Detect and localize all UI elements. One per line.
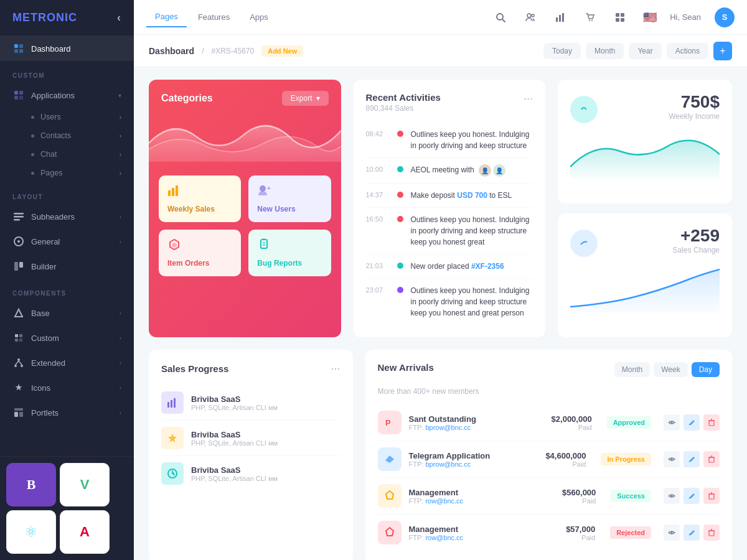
- arrival-action-delete-1[interactable]: [703, 414, 720, 431]
- users-icon-btn[interactable]: [520, 7, 540, 27]
- sidebar-item-builder[interactable]: Builder: [0, 254, 134, 279]
- arrival-name-2: Telegram Application: [409, 451, 538, 460]
- arrival-action-delete-4[interactable]: [703, 525, 720, 541]
- arrival-action-edit-4[interactable]: [684, 525, 700, 541]
- arrivals-title: New Arrivals: [378, 362, 434, 373]
- chart-icon-btn[interactable]: [550, 7, 570, 27]
- svg-line-67: [693, 457, 694, 458]
- add-plus-button[interactable]: +: [713, 42, 732, 60]
- arrival-action-eye-1[interactable]: [664, 414, 680, 431]
- arrival-row-2: Telegram Application FTP: bprow@bnc.cc $…: [378, 441, 720, 478]
- cat-new-users[interactable]: + New Users: [248, 175, 331, 222]
- sidebar-item-extended[interactable]: Extended ›: [0, 350, 134, 375]
- year-button[interactable]: Year: [629, 43, 661, 59]
- arrival-action-eye-3[interactable]: [664, 488, 680, 504]
- activity-dot-1: [397, 131, 403, 137]
- today-button[interactable]: Today: [543, 43, 581, 59]
- base-label: Base: [31, 309, 50, 318]
- sidebar-item-portlets[interactable]: Portlets ›: [0, 400, 134, 425]
- svg-point-51: [578, 104, 590, 115]
- arrivals-tab-day[interactable]: Day: [692, 362, 720, 377]
- subheaders-chevron: ›: [120, 213, 121, 220]
- logo-bootstrap[interactable]: B: [6, 463, 56, 506]
- cat-new-users-label: New Users: [257, 205, 322, 213]
- logo-angular[interactable]: A: [60, 510, 110, 554]
- arrival-action-delete-2[interactable]: [703, 451, 720, 467]
- sidebar-item-dashboard[interactable]: Dashboard: [0, 36, 134, 61]
- sidebar-item-base[interactable]: Base ›: [0, 301, 134, 325]
- svg-point-21: [14, 365, 17, 367]
- topnav-pages[interactable]: Pages: [146, 7, 187, 27]
- new-arrivals-card: New Arrivals Month Week Day More than 40…: [365, 350, 733, 560]
- sub-dot-chat: [31, 153, 34, 156]
- add-new-badge[interactable]: Add New: [261, 45, 303, 57]
- sales-progress-card: Sales Progress ··· Briviba SaaS PHP, SQL…: [149, 350, 353, 560]
- activities-title: Recent Activities: [366, 92, 441, 103]
- status-badge-1: Approved: [607, 416, 651, 429]
- sidebar-sub-pages[interactable]: Pages ›: [0, 164, 134, 182]
- arrival-logo-2: [378, 447, 402, 471]
- progress-icon-1: [161, 391, 184, 414]
- month-button[interactable]: Month: [586, 43, 624, 59]
- main-area: Pages Features Apps 🇺🇸 Hi, Sean S: [134, 0, 747, 560]
- arrival-info-4: Management FTP: row@bnc.cc: [409, 525, 559, 541]
- arrival-paid-4: Paid: [566, 534, 595, 541]
- arrival-action-eye-2[interactable]: [664, 451, 680, 467]
- svg-point-31: [532, 14, 534, 17]
- arrival-ftp-1: FTP: bprow@bnc.cc: [409, 424, 544, 431]
- cat-weekly-sales[interactable]: Weekly Sales: [159, 175, 241, 222]
- arrival-action-edit-3[interactable]: [684, 488, 700, 504]
- topnav-icons: 🇺🇸 Hi, Sean S: [491, 7, 735, 27]
- grid-icon-btn[interactable]: [610, 7, 630, 27]
- svg-rect-25: [14, 408, 23, 411]
- sidebar-item-icons[interactable]: Icons ›: [0, 375, 134, 400]
- export-label: Export: [291, 94, 312, 103]
- progress-item-2: Briviba SaaS PHP, SQLite, Artisan CLI мм: [161, 421, 341, 456]
- arrival-ftp-2: FTP: bprow@bnc.cc: [409, 460, 538, 468]
- sales-progress-menu[interactable]: ···: [331, 362, 340, 375]
- sidebar-item-custom-comp[interactable]: Custom ›: [0, 325, 134, 350]
- cart-icon-btn[interactable]: [580, 7, 600, 27]
- flag-icon[interactable]: 🇺🇸: [640, 7, 660, 27]
- sidebar-sub-chat[interactable]: Chat ›: [0, 145, 134, 164]
- search-icon-btn[interactable]: [491, 7, 510, 27]
- svg-marker-47: [172, 243, 177, 248]
- builder-label: Builder: [31, 262, 56, 271]
- logo-react[interactable]: ⚛: [6, 510, 56, 554]
- activity-time-5: 21:03: [366, 262, 390, 269]
- activities-menu-btn[interactable]: ···: [524, 92, 533, 105]
- arrivals-tab-week[interactable]: Week: [654, 362, 687, 377]
- arrival-action-eye-4[interactable]: [664, 525, 680, 541]
- topnav-features[interactable]: Features: [189, 7, 238, 27]
- sales-change-amount: +259: [673, 226, 720, 246]
- cat-item-orders[interactable]: Item Orders: [159, 230, 241, 276]
- svg-rect-41: [168, 190, 171, 196]
- sidebar-item-general[interactable]: General ›: [0, 229, 134, 254]
- sidebar-sub-contacts[interactable]: Contacts ›: [0, 126, 134, 145]
- user-avatar[interactable]: S: [715, 7, 735, 27]
- cat-bug-reports[interactable]: Bug Reports: [248, 230, 331, 276]
- arrivals-tab-month[interactable]: Month: [614, 362, 650, 377]
- sidebar-item-applications[interactable]: Applications ▾: [0, 83, 134, 108]
- export-button[interactable]: Export ▾: [282, 91, 329, 106]
- avatar-1: 👤: [479, 164, 491, 177]
- svg-rect-19: [19, 338, 22, 342]
- svg-rect-14: [19, 262, 23, 268]
- categories-title: Categories: [161, 93, 213, 104]
- sidebar-sub-users[interactable]: Users ›: [0, 108, 134, 126]
- avatar-2: 👤: [493, 164, 505, 177]
- sidebar-collapse-btn[interactable]: ‹: [117, 11, 121, 24]
- arrival-action-edit-1[interactable]: [684, 414, 700, 431]
- svg-rect-26: [14, 412, 18, 417]
- sidebar-item-subheaders[interactable]: Subheaders ›: [0, 204, 134, 229]
- arrival-row-1: P Sant Outstanding FTP: bprow@bnc.cc $2,…: [378, 404, 720, 441]
- arrival-amount-1: $2,000,000 Paid: [552, 414, 592, 431]
- topnav-apps[interactable]: Apps: [241, 7, 277, 27]
- arrival-info-2: Telegram Application FTP: bprow@bnc.cc: [409, 451, 538, 468]
- actions-button[interactable]: Actions: [667, 43, 708, 59]
- activity-text-2: AEOL meeting with 👤 👤: [411, 164, 533, 177]
- arrival-action-edit-2[interactable]: [684, 451, 700, 467]
- icons-label: Icons: [31, 383, 50, 393]
- logo-vue[interactable]: V: [60, 463, 110, 506]
- arrival-action-delete-3[interactable]: [703, 488, 720, 504]
